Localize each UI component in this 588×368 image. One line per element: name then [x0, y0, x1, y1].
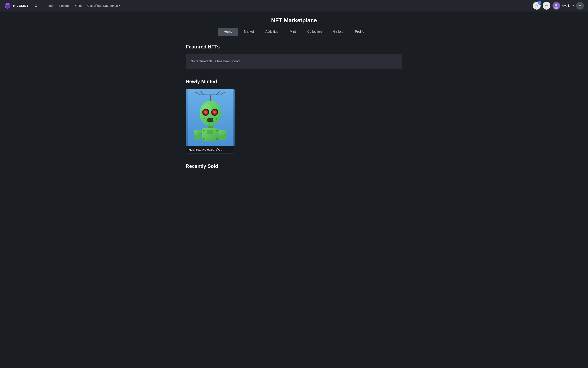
newly-minted-section: Newly Minted [186, 79, 402, 154]
page-title: NFT Marketplace [0, 11, 588, 28]
pencil-icon: ✏ [545, 4, 548, 8]
svg-point-48 [216, 138, 218, 140]
tabs-bar: Home Market Activities Mint Collection G… [0, 28, 588, 36]
svg-point-22 [216, 118, 217, 120]
hivelist-logo-icon [4, 2, 11, 9]
svg-rect-40 [208, 125, 213, 129]
tab-market[interactable]: Market [238, 28, 260, 36]
svg-rect-39 [211, 119, 212, 121]
svg-point-16 [200, 91, 202, 92]
featured-title: Featured NFTs [186, 44, 402, 50]
svg-point-21 [204, 118, 205, 119]
nav-explore[interactable]: Explore [56, 2, 71, 9]
hamburger-menu-button[interactable]: ≡ [576, 2, 584, 9]
nav-classifieds[interactable]: Classifieds Categories ▾ [85, 2, 122, 9]
tab-activities[interactable]: Activities [260, 28, 284, 36]
recently-sold-title: Recently Sold [186, 163, 402, 169]
logo[interactable]: HIVELIST [4, 2, 29, 9]
hamburger-icon: ≡ [579, 3, 581, 8]
svg-point-45 [203, 130, 205, 131]
nft-card-image [186, 89, 235, 146]
user-avatar [552, 2, 560, 9]
create-post-button[interactable]: ✏ [543, 2, 550, 9]
svg-point-23 [206, 121, 207, 122]
svg-point-50 [194, 135, 201, 140]
svg-point-47 [203, 138, 205, 140]
svg-point-35 [214, 111, 214, 112]
svg-rect-51 [219, 130, 227, 136]
username-label: hivelist [562, 4, 571, 7]
logo-text: HIVELIST [13, 4, 29, 7]
nft-card-grid: HashBots Prototype- @t... [186, 89, 402, 154]
navbar-right: 🛒 0 ✏ [533, 2, 584, 9]
svg-point-18 [223, 92, 225, 93]
tab-gallery[interactable]: Gallery [328, 28, 349, 36]
nav-feed[interactable]: Feed [43, 2, 55, 9]
tab-profile[interactable]: Profile [349, 28, 370, 36]
svg-rect-38 [210, 119, 210, 121]
newly-minted-title: Newly Minted [186, 79, 402, 84]
nav-nfts[interactable]: NFTs [72, 2, 84, 9]
featured-section: Featured NFTs No featured NFTs has been … [186, 44, 402, 69]
recently-sold-section: Recently Sold [186, 163, 402, 169]
tab-home[interactable]: Home [218, 28, 238, 36]
svg-point-6 [555, 4, 558, 6]
tab-mint[interactable]: Mint [284, 28, 302, 36]
main-content: Featured NFTs No featured NFTs has been … [182, 36, 406, 181]
nft-card-label: HashBots Prototype- @t... [186, 146, 235, 153]
svg-rect-37 [208, 119, 209, 121]
hashbots-robot-svg [188, 89, 233, 146]
nft-card[interactable]: HashBots Prototype- @t... [186, 89, 235, 154]
featured-empty-message: No featured NFTs has been found! [191, 59, 397, 63]
svg-rect-44 [207, 130, 213, 134]
svg-point-52 [219, 135, 226, 140]
navbar: HIVELIST ⚙ Feed Explore NFTs Classifieds… [0, 0, 588, 11]
avatar-image [553, 2, 560, 9]
svg-point-25 [209, 123, 210, 124]
svg-point-30 [205, 111, 205, 112]
user-chevron-icon: ▾ [573, 4, 574, 7]
cart-badge: 0 [538, 1, 541, 5]
svg-point-17 [219, 91, 220, 92]
svg-point-24 [213, 121, 214, 122]
cart-button[interactable]: 🛒 0 [533, 2, 541, 9]
classifieds-chevron-icon: ▾ [119, 4, 120, 7]
svg-rect-49 [194, 130, 202, 136]
tab-collection[interactable]: Collection [302, 28, 327, 36]
featured-empty-box: No featured NFTs has been found! [186, 54, 402, 69]
settings-button[interactable]: ⚙ [33, 2, 39, 9]
nav-links: Feed Explore NFTs Classifieds Categories… [43, 2, 529, 9]
svg-point-15 [195, 92, 196, 93]
user-dropdown[interactable]: hivelist ▾ [552, 2, 574, 9]
svg-point-46 [216, 130, 218, 131]
